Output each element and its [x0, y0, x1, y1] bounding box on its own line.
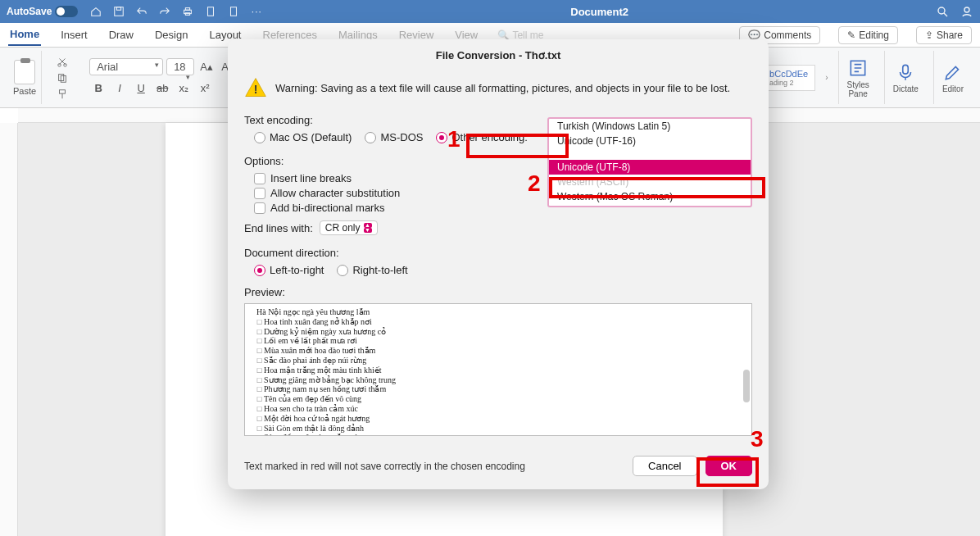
copy-icon[interactable]: [57, 72, 68, 84]
list-item-selected[interactable]: Unicode (UTF-8): [549, 160, 751, 175]
options-label: Options:: [244, 155, 531, 167]
list-item[interactable]: Western (ASCII): [549, 175, 751, 189]
svg-point-7: [938, 7, 945, 14]
preview-line: Hà Nội ngọc ngà yêu thương lắm: [256, 307, 740, 317]
ruler-vertical: [0, 123, 18, 536]
toggle-switch[interactable]: [55, 6, 78, 17]
svg-rect-3: [186, 8, 190, 11]
share-button[interactable]: ⇪ Share: [916, 26, 972, 44]
autosave-toggle[interactable]: AutoSave: [7, 6, 78, 17]
paste-group[interactable]: Paste: [8, 51, 42, 104]
svg-rect-6: [231, 7, 237, 16]
preview-line: Sắc đào phai ánh đẹp núi rừng: [256, 356, 740, 366]
svg-rect-5: [208, 7, 214, 16]
more-icon[interactable]: ···: [250, 5, 263, 18]
doc2-icon[interactable]: [227, 5, 240, 18]
svg-rect-13: [60, 89, 66, 93]
svg-rect-15: [903, 65, 909, 74]
preview-label: Preview:: [244, 286, 752, 298]
editor-button[interactable]: Editor: [933, 51, 972, 104]
end-lines-label: End lines with:: [244, 222, 313, 234]
end-lines-select[interactable]: CR only ▲▼: [320, 220, 378, 235]
preview-line: Sài Gòn em thật là đông đảnh: [256, 424, 740, 434]
styles-pane-button[interactable]: Styles Pane: [838, 51, 878, 104]
annotation-number-2: 2: [528, 170, 541, 197]
preview-line: Phương nam nụ sen hồng tươi thắm: [256, 384, 740, 394]
scrollbar-thumb[interactable]: [743, 370, 750, 402]
print-icon[interactable]: [181, 5, 194, 18]
text-encoding-label: Text encoding:: [244, 114, 531, 126]
doc-direction-label: Document direction:: [244, 247, 531, 259]
svg-rect-0: [115, 7, 124, 16]
preview-line: Mùa xuân mới hoa đào tuơi thắm: [256, 346, 740, 356]
list-item[interactable]: [549, 148, 751, 160]
annotation-number-3: 3: [751, 426, 764, 452]
doc-icon[interactable]: [204, 5, 217, 18]
preview-line: Sáng đầu xuân chợt nắng chợt mưa: [256, 433, 740, 436]
autosave-label: AutoSave: [7, 6, 52, 17]
paste-label: Paste: [13, 86, 36, 96]
increase-font-icon[interactable]: A▴: [197, 58, 216, 76]
dictate-button[interactable]: Dictate: [884, 51, 927, 104]
preview-line: Hoa mận trắng một màu tinh khiết: [256, 366, 740, 375]
cancel-button[interactable]: Cancel: [633, 456, 696, 476]
list-item[interactable]: Turkish (Windows Latin 5): [549, 119, 751, 134]
search-icon[interactable]: [936, 5, 949, 18]
preview-line: Lối em về lất phất mưa rơi: [256, 336, 740, 346]
editing-button[interactable]: ✎ Editing: [838, 26, 898, 44]
preview-line: Tên của em đẹp đến vô cùng: [256, 394, 740, 404]
preview-line: Hoa tinh xuân đang nở khắp nơi: [256, 317, 740, 327]
chevron-icon[interactable]: ›: [822, 73, 831, 82]
encoding-listbox[interactable]: Turkish (Windows Latin 5) Unicode (UTF-1…: [547, 117, 752, 207]
underline-button[interactable]: U: [132, 79, 150, 98]
warning-icon: !: [244, 76, 267, 99]
list-item[interactable]: Unicode (UTF-16): [549, 134, 751, 148]
preview-line: Một đời hoa cứ toả ngát hương: [256, 414, 740, 424]
bold-button[interactable]: B: [89, 79, 107, 98]
style-preview[interactable]: bCcDdEe ading 2: [762, 65, 815, 91]
check-allow-char-sub[interactable]: Allow character substitution: [254, 187, 531, 199]
paste-icon: [14, 60, 35, 84]
check-insert-line-breaks[interactable]: Insert line breaks: [254, 172, 531, 184]
redo-icon[interactable]: [158, 5, 171, 18]
save-icon[interactable]: [112, 5, 125, 18]
document-title: Document2: [263, 6, 936, 18]
ok-button[interactable]: OK: [706, 456, 753, 476]
radio-ltr[interactable]: Left-to-right: [254, 264, 324, 276]
italic-button[interactable]: I: [111, 79, 129, 98]
warning-text: Warning: Saving as a text file will caus…: [275, 82, 730, 94]
file-conversion-dialog: File Conversion - Thơ.txt ! Warning: Sav…: [228, 39, 769, 489]
check-add-bidi[interactable]: Add bi-directional marks: [254, 202, 531, 214]
radio-msdos[interactable]: MS-DOS: [365, 131, 423, 143]
footer-note: Text marked in red will not save correct…: [244, 461, 624, 472]
font-select[interactable]: Arial: [89, 58, 163, 75]
tab-draw[interactable]: Draw: [107, 25, 135, 45]
superscript-button[interactable]: x²: [196, 79, 214, 98]
svg-rect-1: [117, 7, 121, 11]
dialog-title: File Conversion - Thơ.txt: [228, 39, 769, 70]
format-painter-icon[interactable]: [57, 89, 68, 100]
preview-box: Hà Nội ngọc ngà yêu thương lắmHoa tinh x…: [244, 303, 752, 436]
tab-insert[interactable]: Insert: [59, 25, 89, 45]
svg-point-8: [964, 7, 969, 12]
list-item[interactable]: Western (Mac OS Roman): [549, 189, 751, 204]
cut-icon[interactable]: [57, 56, 68, 67]
home-icon[interactable]: [89, 5, 102, 18]
tab-design[interactable]: Design: [153, 25, 189, 45]
preview-line: Sương giăng mờ bảng bạc không trung: [256, 375, 740, 385]
tab-home[interactable]: Home: [8, 24, 41, 46]
subscript-button[interactable]: x₂: [175, 79, 193, 98]
account-icon[interactable]: [960, 5, 973, 18]
titlebar: AutoSave ··· Document2: [0, 0, 980, 23]
strike-button[interactable]: ab: [153, 79, 171, 98]
preview-line: Dường kỷ niệm ngày xưa hương cỏ: [256, 327, 740, 337]
radio-macos[interactable]: Mac OS (Default): [254, 131, 352, 143]
annotation-number-1: 1: [447, 126, 461, 152]
size-select[interactable]: 18: [166, 58, 194, 75]
preview-line: Hoa sen cho ta tràn cảm xúc: [256, 404, 740, 414]
radio-rtl[interactable]: Right-to-left: [337, 264, 407, 276]
svg-text:!: !: [254, 83, 258, 96]
undo-icon[interactable]: [135, 5, 148, 18]
